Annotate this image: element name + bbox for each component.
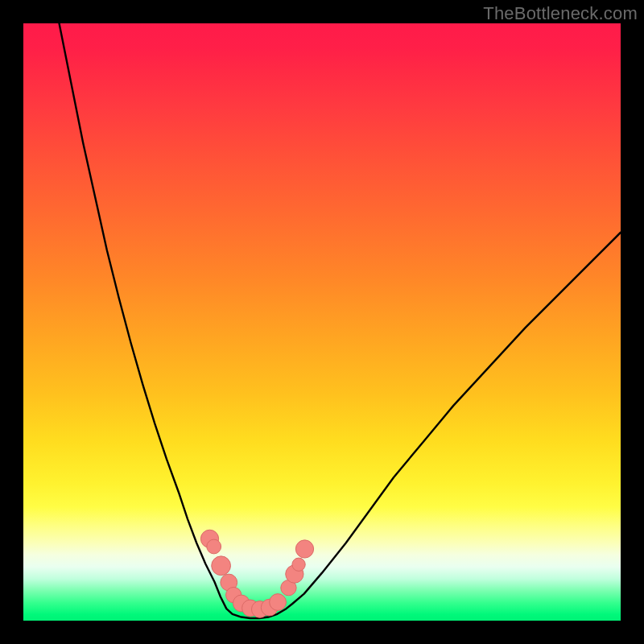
curve-layer xyxy=(60,23,621,618)
right-marker-3 xyxy=(292,558,305,571)
chart-frame: TheBottleneck.com xyxy=(0,0,644,644)
marker-layer xyxy=(200,530,313,617)
watermark-text: TheBottleneck.com xyxy=(483,3,638,24)
chart-svg xyxy=(23,23,621,621)
chart-plot-area xyxy=(23,23,621,621)
right-marker-4 xyxy=(295,540,313,558)
bottleneck-curve xyxy=(60,23,621,618)
left-marker-2 xyxy=(207,539,221,554)
left-marker-3 xyxy=(212,556,231,576)
floor-marker-6 xyxy=(270,594,287,611)
